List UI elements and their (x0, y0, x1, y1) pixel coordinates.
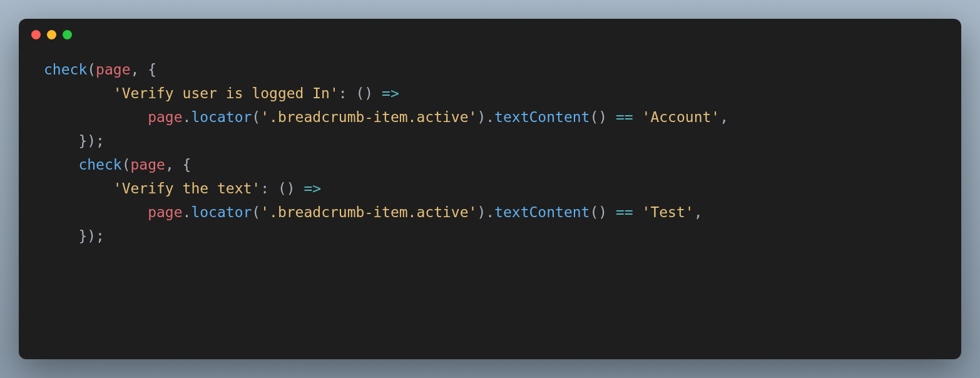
code-indent (44, 133, 78, 149)
code-token: , (694, 204, 703, 220)
code-token: ). (477, 204, 494, 220)
code-token: check (44, 61, 87, 78)
code-token: page (148, 109, 182, 125)
code-token: ( (252, 109, 260, 125)
code-token: ). (477, 109, 494, 125)
code-token: textContent (494, 109, 590, 125)
close-icon[interactable] (31, 30, 41, 39)
code-indent (44, 156, 78, 173)
code-token (633, 204, 642, 220)
code-window: check(page, { 'Verify user is logged In'… (19, 19, 961, 359)
code-token: , { (131, 61, 157, 78)
code-indent (44, 85, 113, 101)
code-token: page (131, 156, 165, 173)
code-token: '.breadcrumb-item.active' (260, 109, 477, 125)
window-titlebar (19, 19, 961, 46)
code-token: ( (122, 156, 131, 173)
code-token: == (616, 109, 633, 125)
code-token: }); (78, 133, 105, 149)
code-token: . (183, 204, 191, 220)
minimize-icon[interactable] (47, 30, 56, 39)
code-token: : () (339, 85, 382, 101)
code-token: => (382, 85, 399, 101)
maximize-icon[interactable] (63, 30, 72, 39)
code-token: , (720, 109, 728, 125)
code-token: page (148, 204, 182, 220)
code-token: : () (260, 180, 304, 197)
code-token: . (183, 109, 191, 125)
code-token: }); (78, 228, 105, 244)
code-token: textContent (494, 204, 590, 220)
code-token: '.breadcrumb-item.active' (260, 204, 477, 220)
code-token: 'Test' (642, 204, 694, 220)
code-token: => (304, 180, 321, 197)
code-indent (44, 228, 78, 244)
code-token: check (78, 156, 121, 173)
code-token: == (616, 204, 633, 220)
code-token: ( (87, 61, 96, 78)
code-token: , { (165, 156, 191, 173)
code-token: ( (252, 204, 260, 220)
code-indent (44, 180, 113, 197)
code-token: locator (191, 109, 252, 125)
code-token: page (96, 61, 130, 78)
code-indent (44, 109, 148, 125)
code-block: check(page, { 'Verify user is logged In'… (19, 46, 961, 273)
code-token: 'Verify user is logged In' (113, 85, 339, 101)
code-token: locator (191, 204, 252, 220)
code-indent (44, 204, 148, 220)
code-token (633, 109, 642, 125)
code-token: 'Verify the text' (113, 180, 260, 197)
code-token: () (590, 109, 616, 125)
code-token: () (590, 204, 616, 220)
code-token: 'Account' (642, 109, 720, 125)
